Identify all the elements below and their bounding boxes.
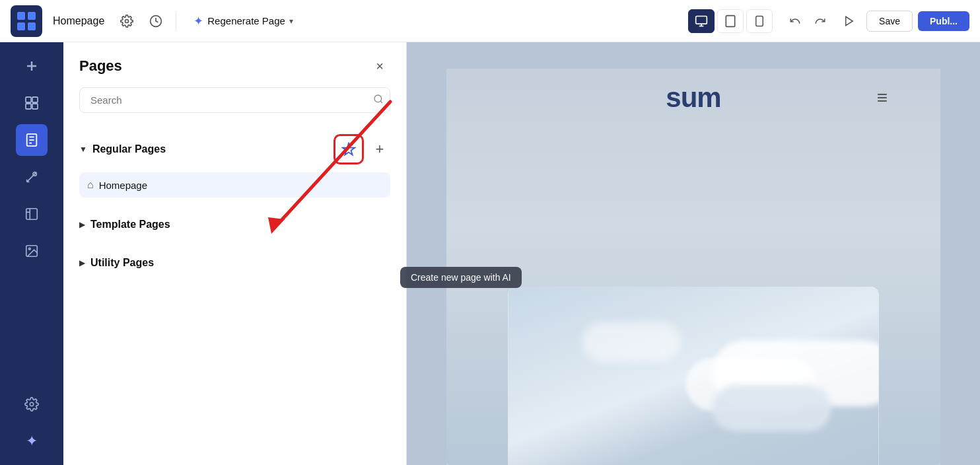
canvas-hamburger: ≡ bbox=[877, 89, 888, 107]
sidebar-item-layout[interactable] bbox=[16, 198, 48, 230]
page-item-homepage[interactable]: ⌂ Homepage bbox=[79, 172, 390, 197]
canvas-card bbox=[508, 287, 879, 465]
main-area: ✦ Pages × ▼ Regular Pages + ⌂ bbox=[0, 42, 980, 465]
undo-redo-group bbox=[783, 9, 832, 33]
sidebar-item-settings[interactable] bbox=[16, 388, 48, 420]
svg-rect-17 bbox=[32, 97, 38, 102]
template-pages-title: Template Pages bbox=[90, 219, 170, 231]
svg-rect-28 bbox=[26, 209, 38, 220]
sparkle-icon: ✦ bbox=[193, 14, 203, 28]
add-page-button[interactable]: + bbox=[369, 139, 390, 160]
template-pages-section: ▶ Template Pages bbox=[63, 205, 406, 244]
settings-icon-button[interactable] bbox=[115, 9, 139, 33]
canvas-nav: sum ≡ bbox=[446, 82, 940, 114]
chevron-down-icon: ▾ bbox=[289, 17, 293, 26]
svg-point-34 bbox=[374, 95, 382, 102]
regular-pages-title: Regular Pages bbox=[92, 143, 328, 155]
regenerate-page-button[interactable]: ✦ Regenerate Page ▾ bbox=[184, 10, 302, 32]
template-pages-header[interactable]: ▶ Template Pages bbox=[79, 211, 390, 238]
sidebar-item-ai[interactable]: ✦ bbox=[16, 425, 48, 457]
cloud-shape-4 bbox=[582, 322, 682, 362]
save-button[interactable]: Save bbox=[866, 11, 913, 32]
topbar: Homepage ✦ Regenerate Page ▾ Save Publ..… bbox=[0, 0, 980, 42]
sidebar-item-pages[interactable] bbox=[16, 124, 48, 156]
tablet-view-button[interactable] bbox=[717, 9, 744, 33]
ai-create-page-button[interactable] bbox=[333, 134, 364, 164]
svg-marker-13 bbox=[846, 17, 853, 26]
svg-rect-11 bbox=[756, 16, 763, 26]
topbar-divider bbox=[176, 12, 176, 30]
left-sidebar: ✦ bbox=[0, 42, 63, 465]
svg-rect-16 bbox=[26, 97, 31, 102]
template-pages-chevron: ▶ bbox=[79, 220, 85, 229]
svg-line-35 bbox=[380, 101, 382, 103]
pages-panel-header: Pages × bbox=[63, 42, 406, 87]
canvas-area: sum ≡ bbox=[407, 42, 980, 465]
close-pages-panel-button[interactable]: × bbox=[369, 55, 390, 77]
page-name: Homepage bbox=[53, 15, 104, 27]
svg-rect-19 bbox=[32, 104, 38, 109]
svg-rect-1 bbox=[28, 12, 36, 20]
page-item-label: Homepage bbox=[99, 180, 147, 191]
redo-button[interactable] bbox=[808, 9, 832, 33]
search-input[interactable] bbox=[79, 87, 390, 113]
desktop-view-button[interactable] bbox=[688, 9, 715, 33]
svg-point-4 bbox=[125, 19, 129, 22]
svg-line-24 bbox=[27, 172, 37, 182]
utility-pages-chevron: ▶ bbox=[79, 258, 85, 268]
sidebar-item-widgets[interactable] bbox=[16, 87, 48, 119]
svg-rect-18 bbox=[26, 104, 31, 109]
sidebar-item-image[interactable] bbox=[16, 235, 48, 267]
search-icon-button[interactable] bbox=[373, 94, 384, 107]
svg-rect-6 bbox=[696, 16, 707, 24]
home-icon: ⌂ bbox=[87, 179, 94, 191]
pages-panel: Pages × ▼ Regular Pages + ⌂ Homepage bbox=[63, 42, 407, 465]
regular-pages-section: ▼ Regular Pages + ⌂ Homepage bbox=[63, 124, 406, 205]
utility-pages-title: Utility Pages bbox=[90, 257, 154, 269]
preview-button[interactable] bbox=[837, 9, 861, 33]
cloud-shape-3 bbox=[712, 385, 831, 431]
svg-rect-0 bbox=[17, 12, 25, 20]
svg-rect-3 bbox=[28, 22, 36, 30]
pages-panel-title: Pages bbox=[79, 57, 122, 75]
canvas-logo: sum bbox=[666, 82, 720, 114]
regular-pages-header: ▼ Regular Pages + bbox=[79, 129, 390, 170]
svg-rect-2 bbox=[17, 22, 25, 30]
svg-point-33 bbox=[30, 402, 34, 406]
app-logo bbox=[11, 5, 42, 37]
canvas-cloud-image bbox=[508, 287, 879, 465]
regenerate-label: Regenerate Page bbox=[207, 15, 285, 26]
canvas-inner: sum ≡ bbox=[446, 69, 940, 465]
svg-rect-9 bbox=[726, 15, 734, 26]
utility-pages-section: ▶ Utility Pages bbox=[63, 244, 406, 282]
sidebar-item-design[interactable] bbox=[16, 161, 48, 193]
mobile-view-button[interactable] bbox=[746, 9, 773, 33]
search-container bbox=[79, 87, 390, 113]
sidebar-item-add[interactable] bbox=[16, 50, 48, 82]
publish-button[interactable]: Publ... bbox=[918, 11, 969, 31]
undo-button[interactable] bbox=[783, 9, 807, 33]
svg-point-32 bbox=[28, 248, 30, 250]
history-icon-button[interactable] bbox=[144, 9, 168, 33]
canvas-content: sum ≡ bbox=[446, 69, 940, 465]
utility-pages-header[interactable]: ▶ Utility Pages bbox=[79, 249, 390, 277]
view-mode-buttons bbox=[688, 9, 773, 33]
regular-pages-chevron[interactable]: ▼ bbox=[79, 145, 87, 154]
